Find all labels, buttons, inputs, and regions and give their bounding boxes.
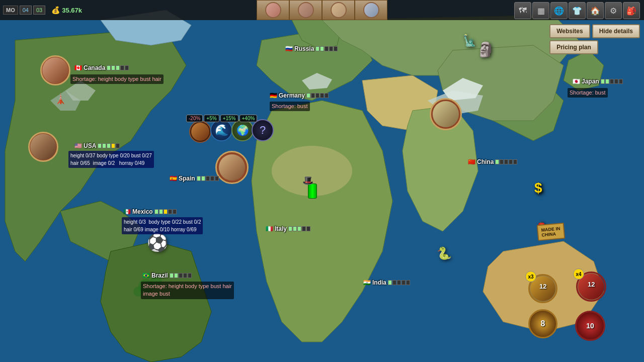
center-chip-3[interactable]: 🌍 [231,119,254,141]
money-amount: 35.67k [62,7,82,14]
italy-flag: 🇮🇹 [266,225,273,232]
brazil-flag: 🇧🇷 [142,272,150,279]
russia-chip[interactable] [430,98,462,130]
settings-button[interactable]: ⚙ [605,2,622,19]
india-name: India [372,279,386,286]
characters-bar [257,0,387,20]
character-slot-1[interactable] [257,0,289,20]
usa-chip[interactable] [28,132,58,162]
mexico-flag: 🇲🇽 [123,208,131,215]
chip-8[interactable]: 8 [528,309,557,338]
japan-label: 🇯🇵 Japan [573,78,623,85]
brazil-name: Brazil [151,272,168,279]
mexico-stats: height 0/3 body type 0/22 bust 0/2 hair … [122,217,203,234]
chip-10[interactable]: 10 [575,311,605,341]
usa-label: 🇺🇸 USA [74,142,120,149]
character-slot-2[interactable] [289,0,322,20]
chip-8-circle: 8 [528,309,557,338]
canada-flag: 🇨🇦 [74,64,82,71]
japan-bar [601,79,623,84]
india-snake: 🐍 [437,246,452,260]
russia-flag: 🇷🇺 [285,45,293,52]
pct-badges-row: -20% +5% +15% +40% [186,115,257,122]
canada-chip[interactable] [40,55,70,85]
character-slot-3[interactable] [322,0,355,20]
pct-badge-pos5: +5% [204,115,219,122]
china-bar [495,159,517,164]
top-right-icons: 🗺 ▦ 🌐 👕 🏠 ⚙ 🎒 [510,0,644,21]
spain-chip[interactable] [215,151,249,184]
brazil-shortage: Shortage: height body type bust hairimag… [141,282,234,299]
mo-label: MO [3,6,18,15]
chip-stack-3[interactable]: x3 [528,274,557,303]
germany-bar [306,93,329,98]
china-name: China [477,158,494,165]
character-slot-4[interactable] [355,0,387,20]
top-bar: MO 04 03 💰 35.67k 🗺 ▦ 🌐 👕 🏠 ⚙ 🎒 [0,0,644,20]
pricing-plan-button[interactable]: Pricing plan [549,40,598,54]
globe-button[interactable]: 🌐 [550,2,568,19]
germany-shortage: Shortage: bust [270,102,310,111]
spain-name: Spain [179,175,195,182]
soccer-ball: ⚽ [147,232,168,252]
brazil-bar [170,273,192,278]
month-badge: MO 04 03 [3,6,45,15]
canada-landmark: 🗼 [54,93,67,105]
chip-10-circle: 10 [575,311,605,341]
italy-bar [288,226,310,231]
canada-label: 🇨🇦 Canada [74,64,129,71]
india-flag: 🇮🇳 [363,279,371,286]
chest-button[interactable]: 🎒 [623,2,640,19]
germany-flag: 🇩🇪 [270,92,277,99]
germany-label: 🇩🇪 Germany [270,92,329,99]
mexico-label: 🇲🇽 Mexico [123,208,177,215]
asia-statue: 🗿 [477,41,495,58]
money-display: 💰 35.67k [51,6,82,14]
japan-name: Japan [582,78,599,85]
grid-button[interactable]: ▦ [532,2,549,19]
day1-value: 04 [20,6,32,15]
usa-stats: height 0/37 body type 0/20 bust 0/27 hai… [68,151,154,168]
chip-x3-badge: x3 [525,271,536,282]
chip-stack-4[interactable]: x4 [576,272,606,302]
top-hat: 🎩 [302,175,313,186]
spain-flag: 🇪🇸 [170,175,177,182]
canada-name: Canada [84,64,105,71]
world-map [0,0,644,362]
russia-landmark: 🗽 [463,34,476,47]
usa-name: USA [84,142,96,149]
center-chip-4[interactable]: ? [252,119,274,141]
india-label: 🇮🇳 India [363,279,410,286]
shirt-button[interactable]: 👕 [569,2,586,19]
italy-name: Italy [275,225,287,232]
canada-shortage: Shortage: height body type bust hair [70,74,164,84]
china-flag: 🇨🇳 [468,158,475,165]
germany-name: Germany [279,92,305,99]
canada-bar [107,65,129,70]
pct-badge-pos40: +40% [239,115,258,122]
pct-badge-neg20: -20% [186,115,203,122]
russia-label: 🇷🇺 Russia [285,45,338,52]
japan-flag: 🇯🇵 [573,78,580,85]
mexico-bar [154,209,177,214]
money-icon: 💰 [51,6,60,14]
japan-shortage: Shortage: bust [568,88,608,98]
usa-flag: 🇺🇸 [74,142,82,149]
center-chip-1[interactable] [189,121,211,143]
pct-badge-pos15: +15% [220,115,238,122]
asia-dollar: $ [534,180,542,196]
brazil-label: 🇧🇷 Brazil [142,272,192,279]
spain-bar [197,176,219,181]
russia-name: Russia [294,45,314,52]
map-button[interactable]: 🗺 [514,2,531,19]
hide-details-button[interactable]: Hide details [592,24,640,38]
usa-bar [98,143,120,148]
house-button[interactable]: 🏠 [587,2,604,19]
india-bar [388,280,410,285]
russia-bar [315,46,338,51]
action-buttons: Websites Hide details Pricing plan [549,24,640,54]
websites-button[interactable]: Websites [549,24,590,38]
mexico-name: Mexico [132,208,153,215]
center-chip-2[interactable]: 🌊 [210,119,232,141]
day2-value: 03 [33,6,45,15]
